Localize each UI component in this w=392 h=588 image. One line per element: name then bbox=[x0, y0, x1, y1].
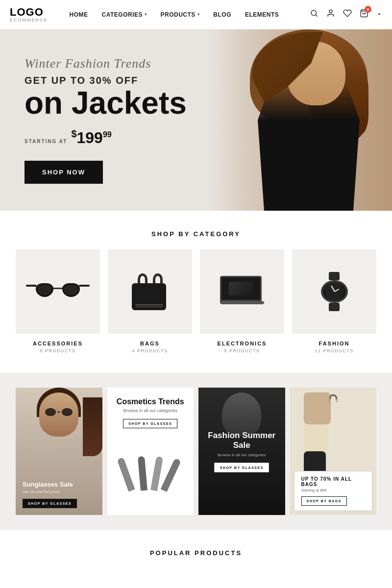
hero-model-image bbox=[206, 29, 392, 211]
promo-title-fashion-sale: Fashion Summer Sale bbox=[203, 431, 281, 451]
logo-sub: eCommerce bbox=[10, 18, 48, 23]
category-count-fashion: 11 PRODUCTS bbox=[315, 348, 354, 353]
hero-discount: GET UP TO 30% OFF bbox=[24, 75, 187, 86]
search-icon[interactable] bbox=[310, 9, 318, 20]
main-nav: HOME CATEGORIES ▾ PRODUCTS ▾ BLOG ELEMEN… bbox=[63, 0, 310, 29]
promo-card-bags[interactable]: UP TO 70% IN ALL BAGS Starting at $99 SH… bbox=[290, 388, 377, 515]
promo-bags-badge: UP TO 70% IN ALL BAGS Starting at $99 SH… bbox=[294, 471, 373, 511]
promo-subtitle-fashion-sale: Browse in all our categories bbox=[203, 452, 281, 457]
category-count-electronics: 8 PRODUCTS bbox=[224, 348, 260, 353]
category-image-fashion bbox=[292, 249, 376, 334]
promo-cosmetics-content: Cosmetics Trends Browse in all our categ… bbox=[107, 388, 194, 428]
category-image-bags bbox=[108, 249, 192, 334]
svg-line-1 bbox=[316, 15, 317, 16]
category-card-accessories[interactable]: ACCESSORIES 8 PRODUCTS bbox=[16, 249, 100, 353]
category-name-fashion: FASHION bbox=[319, 341, 350, 346]
category-name-accessories: ACCESSORIES bbox=[33, 341, 83, 346]
promo-card-cosmetics[interactable]: Cosmetics Trends Browse in all our categ… bbox=[107, 388, 194, 515]
popular-products-title: POPULAR PRODUCTS bbox=[0, 530, 392, 561]
promo-subtitle-sunglasses: See all and find yours bbox=[23, 490, 96, 494]
logo[interactable]: LOGO eCommerce bbox=[10, 7, 48, 23]
categories-grid: ACCESSORIES 8 PRODUCTS BAGS 4 bbox=[0, 249, 392, 363]
logo-text: LOGO bbox=[10, 7, 48, 18]
hero-price-row: STARTING AT $19999 bbox=[24, 128, 187, 147]
category-image-electronics bbox=[200, 249, 284, 334]
site-header: LOGO eCommerce HOME CATEGORIES ▾ PRODUCT… bbox=[0, 0, 392, 29]
category-card-electronics[interactable]: ELECTRONICS 8 PRODUCTS bbox=[200, 249, 284, 353]
hero-dollar: $ bbox=[71, 128, 76, 139]
header-icons: 0 bbox=[310, 9, 382, 20]
promo-btn-sunglasses[interactable]: SHOP BY GLASSES bbox=[23, 499, 77, 508]
category-name-bags: BAGS bbox=[140, 341, 160, 346]
cart-badge: 0 bbox=[365, 6, 371, 13]
hero-subtitle: Winter Fashion Trends bbox=[24, 56, 187, 71]
hero-cents: 99 bbox=[103, 130, 112, 139]
hero-banner: Winter Fashion Trends GET UP TO 30% OFF … bbox=[0, 29, 392, 211]
hero-shop-now-button[interactable]: SHOP NOW bbox=[24, 161, 103, 184]
categories-dropdown-icon: ▾ bbox=[145, 12, 147, 17]
promo-btn-cosmetics[interactable]: SHOP BY GLASSES bbox=[123, 419, 177, 428]
promo-title-cosmetics: Cosmetics Trends bbox=[114, 397, 187, 406]
promo-title-sunglasses: Sunglasses Sale bbox=[23, 481, 96, 489]
promo-card-sunglasses[interactable]: Sunglasses Sale See all and find yours S… bbox=[16, 388, 102, 515]
svg-point-2 bbox=[329, 10, 332, 13]
category-count-bags: 4 PRODUCTS bbox=[132, 348, 168, 353]
category-card-bags[interactable]: BAGS 4 PRODUCTS bbox=[108, 249, 192, 353]
promo-subtitle-bags: Starting at $99 bbox=[301, 488, 366, 492]
promo-grid: Sunglasses Sale See all and find yours S… bbox=[16, 388, 376, 515]
categories-section: SHOP BY CATEGORY ACCESSORIES 8 PRODUCTS bbox=[0, 211, 392, 363]
hero-starting-label: STARTING AT bbox=[24, 139, 67, 144]
popular-products-section: POPULAR PRODUCTS bbox=[0, 530, 392, 561]
nav-home[interactable]: HOME bbox=[63, 0, 95, 29]
nav-blog[interactable]: BLOG bbox=[206, 0, 238, 29]
hero-content: Winter Fashion Trends GET UP TO 30% OFF … bbox=[0, 37, 211, 203]
cart-dropdown-icon[interactable] bbox=[376, 9, 382, 20]
promo-section: Sunglasses Sale See all and find yours S… bbox=[0, 373, 392, 530]
category-name-electronics: ELECTRONICS bbox=[218, 341, 267, 346]
nav-products[interactable]: PRODUCTS ▾ bbox=[153, 0, 206, 29]
categories-title: SHOP BY CATEGORY bbox=[0, 211, 392, 249]
promo-subtitle-cosmetics: Browse in all our categories bbox=[114, 408, 187, 413]
wishlist-icon[interactable] bbox=[343, 9, 352, 20]
nav-categories[interactable]: CATEGORIES ▾ bbox=[95, 0, 154, 29]
category-card-fashion[interactable]: FASHION 11 PRODUCTS bbox=[292, 249, 376, 353]
category-image-accessories bbox=[16, 249, 100, 334]
promo-btn-fashion-sale[interactable]: SHOP BY GLASSES bbox=[215, 463, 269, 472]
products-dropdown-icon: ▾ bbox=[197, 12, 200, 17]
nav-elements[interactable]: ELEMENTS bbox=[238, 0, 286, 29]
cart-icon[interactable]: 0 bbox=[360, 9, 368, 20]
hero-product: on Jackets bbox=[24, 87, 187, 119]
svg-point-0 bbox=[311, 10, 317, 16]
hero-price: $19999 bbox=[71, 128, 111, 147]
user-icon[interactable] bbox=[326, 9, 335, 20]
promo-title-bags: UP TO 70% IN ALL BAGS bbox=[301, 476, 366, 487]
promo-btn-bags[interactable]: SHOP BY BAGS bbox=[301, 496, 347, 506]
category-count-accessories: 8 PRODUCTS bbox=[40, 348, 75, 353]
promo-fashion-sale-content: Fashion Summer Sale Browse in all our ca… bbox=[203, 431, 281, 472]
promo-card-fashion-sale[interactable]: Fashion Summer Sale Browse in all our ca… bbox=[198, 388, 285, 515]
